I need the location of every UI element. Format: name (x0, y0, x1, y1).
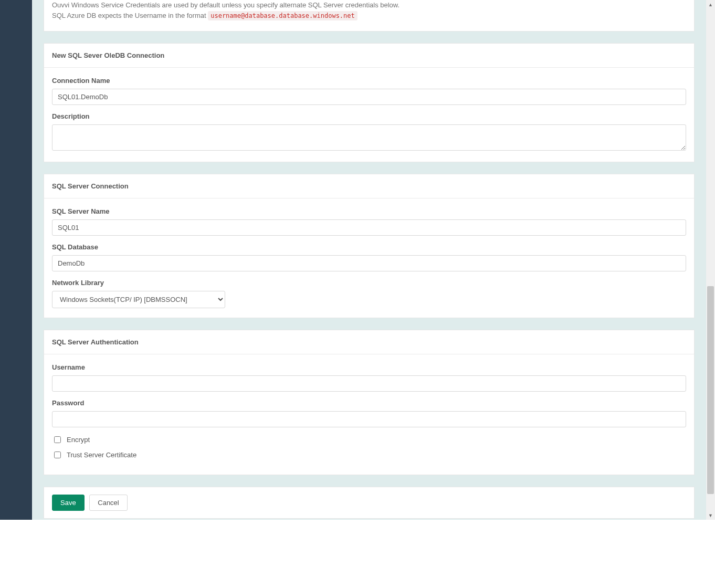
encrypt-checkbox[interactable] (54, 436, 61, 443)
database-label: SQL Database (52, 243, 686, 251)
database-input[interactable] (52, 255, 686, 271)
description-textarea[interactable] (52, 124, 686, 151)
intro-code-sample: username@database.database.windows.net (208, 11, 358, 20)
cancel-button[interactable]: Cancel (89, 495, 127, 511)
username-input[interactable] (52, 375, 686, 392)
scrollbar-thumb[interactable] (707, 286, 714, 494)
network-library-label: Network Library (52, 279, 686, 287)
password-label: Password (52, 399, 686, 407)
description-label: Description (52, 112, 686, 120)
panel-sql-server-connection-title: SQL Server Connection (44, 174, 694, 198)
sidebar (0, 0, 32, 520)
intro-line-2-prefix: SQL Azure DB expects the Username in the… (52, 12, 208, 19)
intro-line-2: SQL Azure DB expects the Username in the… (52, 10, 686, 21)
panel-new-connection-title: New SQL Sever OleDB Connection (44, 44, 694, 68)
password-input[interactable] (52, 411, 686, 427)
intro-line-1: Ouvvi Windows Service Credentials are us… (52, 0, 686, 10)
scrollbar-up-icon[interactable]: ▲ (706, 0, 715, 9)
server-name-label: SQL Server Name (52, 207, 686, 215)
network-library-select[interactable]: Windows Sockets(TCP/ IP) [DBMSSOCN] (52, 291, 225, 308)
vertical-scrollbar[interactable]: ▲ ▼ (706, 0, 715, 520)
encrypt-label: Encrypt (67, 436, 90, 444)
trust-cert-label: Trust Server Certificate (67, 451, 136, 459)
intro-panel: Ouvvi Windows Service Credentials are us… (44, 0, 695, 32)
panel-actions: Save Cancel (44, 487, 695, 519)
save-button[interactable]: Save (52, 495, 85, 511)
trust-cert-checkbox[interactable] (54, 452, 61, 458)
panel-sql-auth-title: SQL Server Authentication (44, 330, 694, 354)
connection-name-label: Connection Name (52, 77, 686, 85)
panel-sql-auth: SQL Server Authentication Username Passw… (44, 330, 695, 475)
connection-name-input[interactable] (52, 89, 686, 105)
panel-sql-server-connection: SQL Server Connection SQL Server Name SQ… (44, 174, 695, 318)
server-name-input[interactable] (52, 219, 686, 236)
username-label: Username (52, 363, 686, 371)
main-content: Ouvvi Windows Service Credentials are us… (32, 0, 706, 520)
panel-new-connection: New SQL Sever OleDB Connection Connectio… (44, 43, 695, 162)
scrollbar-down-icon[interactable]: ▼ (706, 511, 715, 520)
